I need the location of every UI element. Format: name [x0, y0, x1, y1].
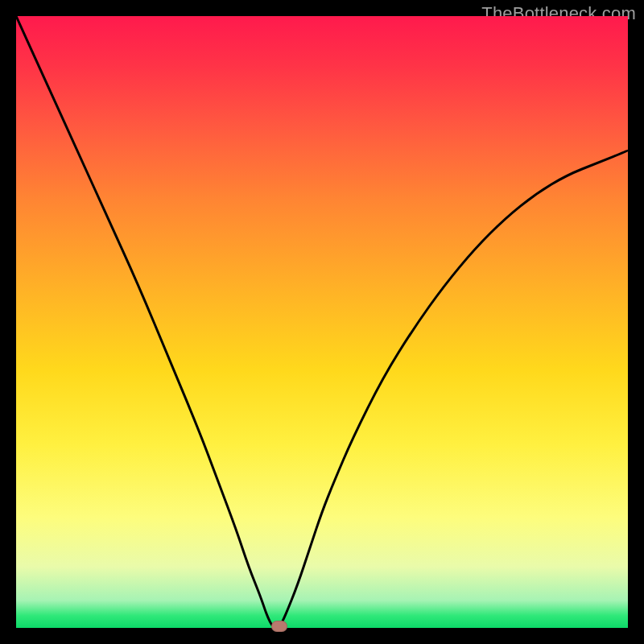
- plot-area: [16, 16, 628, 628]
- optimum-marker: [271, 621, 287, 632]
- bottleneck-curve: [16, 16, 628, 628]
- chart-frame: TheBottleneck.com: [0, 0, 644, 644]
